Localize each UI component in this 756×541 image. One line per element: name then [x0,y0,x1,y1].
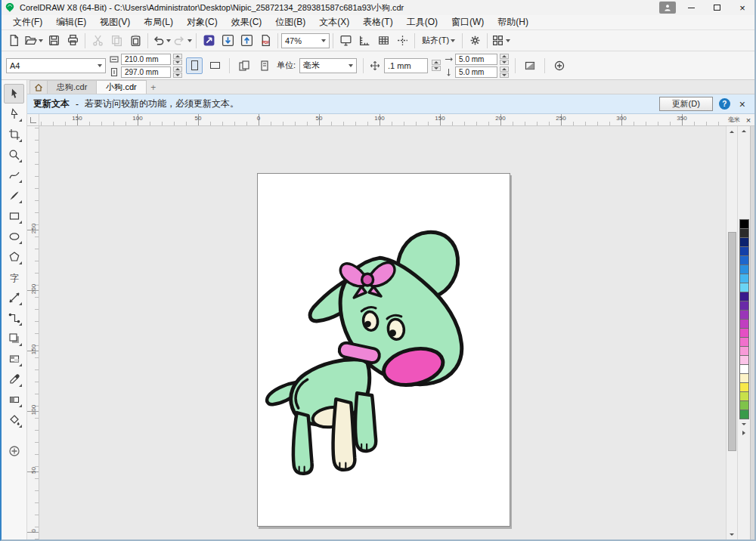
dog-artwork[interactable] [258,174,510,525]
account-avatar-icon[interactable] [659,2,676,14]
menu-item-7[interactable]: 位图(B) [268,15,312,29]
options-button[interactable] [466,32,484,50]
page-height-stepper[interactable] [173,66,182,78]
page-width-stepper[interactable] [173,54,182,65]
page-size-select[interactable]: A4 [6,58,106,73]
snap-to-dropdown[interactable]: 贴齐(T) [418,32,459,50]
palette-scroll-up-icon[interactable] [742,126,746,135]
plus-icon [8,445,20,457]
notification-close-icon[interactable]: × [736,98,748,110]
document-area: 忠狗.cdr 小狗.cdr + 更新文本 - 若要访问较新的功能，必须更新文本。… [27,80,754,539]
toolbar-separator [363,58,364,73]
menu-item-6[interactable]: 效果(C) [225,15,269,29]
menu-item-2[interactable]: 编辑(E) [49,15,93,29]
fullscreen-preview-button[interactable] [336,32,355,50]
scroll-down-icon[interactable] [727,529,737,539]
drop-shadow-tool[interactable] [4,329,24,348]
treat-as-filled-button[interactable] [522,57,538,74]
menu-item-9[interactable]: 表格(T) [356,15,399,29]
all-pages-button[interactable] [236,57,253,74]
new-tab-button[interactable]: + [147,82,160,94]
show-guidelines-button[interactable] [393,32,411,50]
crop-icon [8,128,20,141]
palette-scroll-down-icon[interactable] [742,419,746,428]
page-width-field[interactable]: 210.0 mm [121,54,171,65]
export-button[interactable] [237,32,256,50]
duplicate-y-stepper[interactable] [500,66,509,78]
landscape-button[interactable] [206,57,223,74]
property-bar: A4 210.0 mm 297.0 mm 单位: 毫米 [2,51,754,80]
page-height-field[interactable]: 297.0 mm [121,66,171,78]
document-page[interactable] [257,173,510,527]
maximize-button[interactable] [706,1,727,14]
smart-fill-tool[interactable] [4,410,24,430]
zoom-level-select[interactable]: 47% [281,33,330,48]
minimize-button[interactable] [680,1,702,14]
undo-button[interactable] [151,32,172,50]
publish-pdf-button[interactable]: PDF [256,32,274,50]
text-tool-icon: 字 [8,271,20,283]
transparency-tool[interactable] [4,349,24,369]
new-document-button[interactable] [5,32,23,50]
menu-item-10[interactable]: 工具(O) [400,15,445,29]
shape-tool[interactable] [4,104,24,124]
paste-button[interactable] [126,32,144,50]
text-tool[interactable]: 字 [4,267,24,287]
units-select[interactable]: 毫米 [299,58,357,73]
show-rulers-button[interactable] [355,32,373,50]
interactive-fill-tool[interactable] [4,390,24,410]
palette-color-21[interactable] [739,410,749,419]
notification-message: 若要访问较新的功能，必须更新文本。 [85,97,239,110]
update-text-button[interactable]: 更新(D) [659,97,713,111]
nudge-offset-field[interactable]: .1 mm [384,58,428,73]
show-grid-button[interactable] [374,32,392,50]
scrollbar-thumb[interactable] [728,232,736,451]
more-tools[interactable] [4,441,24,461]
toolbar-separator [487,33,488,48]
home-tab-button[interactable] [29,80,48,94]
ruler-origin-button[interactable] [27,114,39,125]
menu-item-12[interactable]: 帮助(H) [491,15,535,29]
drawing-canvas[interactable] [39,126,726,539]
menu-item-1[interactable]: 文件(F) [6,15,49,29]
zoom-tool[interactable] [4,145,24,165]
help-icon[interactable]: ? [719,98,730,110]
rectangle-tool[interactable] [4,206,24,226]
current-page-button[interactable] [256,57,273,74]
duplicate-x-field[interactable]: 5.0 mm [455,54,497,65]
open-button[interactable] [23,32,44,50]
application-launcher-button[interactable] [491,32,511,50]
welcome-screen-button[interactable] [200,32,218,50]
connector-tool[interactable] [4,308,24,328]
menu-item-3[interactable]: 视图(V) [93,15,137,29]
menu-item-4[interactable]: 布局(L) [137,15,180,29]
crop-tool[interactable] [4,125,24,144]
duplicate-y-field[interactable]: 5.0 mm [455,66,497,78]
print-button[interactable] [64,32,82,50]
save-button[interactable] [45,32,63,50]
freehand-tool[interactable] [4,165,24,185]
pick-tool[interactable] [4,84,24,104]
doc-tab-xiaogou[interactable]: 小狗.cdr [96,80,146,94]
palette-flyout-icon[interactable] [742,428,745,437]
menu-item-8[interactable]: 文本(X) [312,15,356,29]
toolbar-separator [147,33,148,48]
color-eyedropper-tool[interactable] [4,369,24,389]
vertical-scrollbar[interactable] [726,126,737,539]
menu-item-5[interactable]: 对象(C) [180,15,225,29]
parallel-dimension-tool[interactable] [4,288,24,308]
v-ruler-label: 100 [30,404,37,416]
corner-settings-button[interactable] [551,57,568,74]
menu-item-11[interactable]: 窗口(W) [445,15,491,29]
artistic-media-tool[interactable] [4,186,24,206]
ellipse-tool[interactable] [4,227,24,246]
nudge-offset-stepper[interactable] [432,60,441,71]
polygon-tool[interactable] [4,247,24,267]
close-button[interactable]: × [732,1,753,14]
close-document-button[interactable]: × [742,114,754,125]
duplicate-x-stepper[interactable] [500,54,509,65]
portrait-button[interactable] [186,57,203,74]
import-button[interactable] [218,32,237,50]
doc-tab-zhonggou[interactable]: 忠狗.cdr [47,80,97,94]
scroll-up-icon[interactable] [727,126,737,137]
